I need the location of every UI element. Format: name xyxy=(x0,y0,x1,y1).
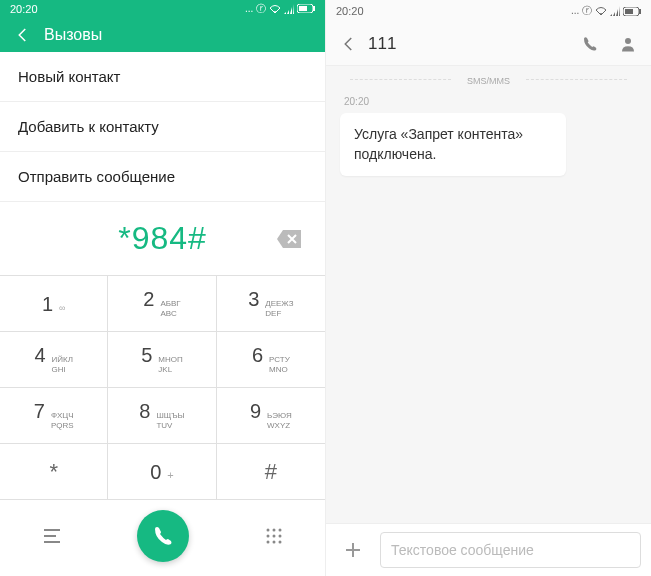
key-3[interactable]: 3ДЕЕЖЗDEF xyxy=(217,276,325,332)
message-input[interactable] xyxy=(380,532,641,568)
key-1[interactable]: 1∞ xyxy=(0,276,108,332)
svg-point-9 xyxy=(279,535,282,538)
svg-point-5 xyxy=(273,529,276,532)
svg-point-7 xyxy=(267,535,270,538)
svg-point-10 xyxy=(267,541,270,544)
dialer-screen: 20:20 ... ⓡ Вызовы Новый контакт Добавит… xyxy=(0,0,326,576)
sms-screen: 20:20 ... ⓡ 111 SMS/MMS 20:20 Услуга «За… xyxy=(326,0,651,576)
context-menu: Новый контакт Добавить к контакту Отправ… xyxy=(0,52,325,202)
back-icon[interactable] xyxy=(340,35,358,53)
dialed-number: *984# xyxy=(118,220,207,257)
menu-add-to-contact[interactable]: Добавить к контакту xyxy=(0,102,325,152)
status-bar: 20:20 ... ⓡ xyxy=(326,0,651,22)
svg-point-13 xyxy=(600,13,602,15)
compose-row xyxy=(326,523,651,576)
status-icons: ... ⓡ xyxy=(245,2,315,16)
svg-point-12 xyxy=(279,541,282,544)
status-time: 20:20 xyxy=(10,3,38,15)
svg-rect-3 xyxy=(299,6,307,11)
call-button[interactable] xyxy=(137,510,189,562)
conversation-title: 111 xyxy=(368,34,581,54)
svg-rect-2 xyxy=(313,6,315,11)
bottom-actions xyxy=(0,500,325,576)
menu-send-message[interactable]: Отправить сообщение xyxy=(0,152,325,202)
status-time: 20:20 xyxy=(336,5,364,17)
svg-point-4 xyxy=(267,529,270,532)
dialpad: 1∞ 2АБВГABC 3ДЕЕЖЗDEF 4ИЙКЛGHI 5МНОПJKL … xyxy=(0,275,325,500)
svg-point-0 xyxy=(274,11,276,13)
key-hash[interactable]: # xyxy=(217,444,325,500)
svg-rect-15 xyxy=(639,9,641,14)
key-6[interactable]: 6РСТУMNO xyxy=(217,332,325,388)
attach-icon[interactable] xyxy=(336,535,370,565)
sms-divider: SMS/MMS xyxy=(340,66,637,92)
message-bubble[interactable]: Услуга «Запрет контента» подключена. xyxy=(340,113,566,176)
svg-point-8 xyxy=(273,535,276,538)
key-8[interactable]: 8ШЩЪЫTUV xyxy=(108,388,216,444)
key-5[interactable]: 5МНОПJKL xyxy=(108,332,216,388)
key-4[interactable]: 4ИЙКЛGHI xyxy=(0,332,108,388)
message-time: 20:20 xyxy=(340,92,637,113)
call-icon[interactable] xyxy=(581,35,599,53)
status-icons: ... ⓡ xyxy=(571,4,641,18)
key-7[interactable]: 7ФХЦЧPQRS xyxy=(0,388,108,444)
calls-header: Вызовы xyxy=(0,17,325,52)
dialpad-toggle-icon[interactable] xyxy=(257,519,291,553)
message-body: SMS/MMS 20:20 Услуга «Запрет контента» п… xyxy=(326,66,651,523)
svg-point-17 xyxy=(625,38,631,44)
menu-icon[interactable] xyxy=(34,520,70,552)
dial-display: *984# xyxy=(0,202,325,275)
key-9[interactable]: 9ЬЭЮЯWXYZ xyxy=(217,388,325,444)
backspace-icon[interactable] xyxy=(277,230,301,248)
sms-header: 111 xyxy=(326,22,651,66)
svg-point-6 xyxy=(279,529,282,532)
svg-point-11 xyxy=(273,541,276,544)
contact-icon[interactable] xyxy=(619,35,637,53)
key-0[interactable]: 0+ xyxy=(108,444,216,500)
svg-rect-16 xyxy=(625,9,633,14)
back-icon[interactable] xyxy=(14,26,32,44)
menu-new-contact[interactable]: Новый контакт xyxy=(0,52,325,102)
header-title: Вызовы xyxy=(44,26,102,44)
key-2[interactable]: 2АБВГABC xyxy=(108,276,216,332)
status-bar: 20:20 ... ⓡ xyxy=(0,0,325,17)
key-star[interactable]: * xyxy=(0,444,108,500)
